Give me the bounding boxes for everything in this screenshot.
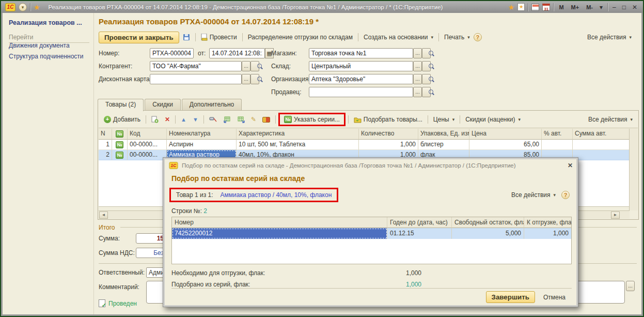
counterparty-label: Контрагент: [99,63,132,70]
vertical-scrollbar[interactable] [629,129,638,210]
shipment-distribution-button[interactable]: Распределение отгрузки по складам [245,33,355,42]
add-favorite-icon[interactable]: ★ [517,3,525,11]
edit-button[interactable] [248,115,259,124]
sum-field[interactable]: 15 [136,233,165,244]
organization-select-button[interactable]: ... [413,74,422,84]
col-header-series[interactable] [112,129,128,140]
close-button[interactable]: ✕ [631,3,639,11]
create-based-on-button[interactable]: Создать на основании▾ [361,33,436,42]
col-header-pct-auto[interactable]: % авт. [542,129,573,140]
add-row-button[interactable]: Добавить [101,115,143,124]
dialog-help-icon[interactable]: ? [561,191,570,199]
unload-to-terminal-button[interactable] [234,115,247,124]
discounts-button[interactable]: Скидки (наценки)▾ [463,115,523,124]
comment-expand-button[interactable]: ... [626,281,635,291]
counterparty-select-button[interactable]: ... [242,61,250,71]
col-header-characteristic[interactable]: Характеристика [237,129,359,140]
seller-field[interactable] [309,87,413,97]
set-series-button[interactable]: Указать серии... [281,115,342,124]
col-header-free-balance[interactable]: Свободный остаток, флак [452,217,524,228]
maximize-button[interactable]: □ [621,3,627,11]
col-header-expiry[interactable]: Годен до (дата, час) [387,217,452,228]
counterparty-search-button[interactable] [250,61,259,71]
goods-all-actions-button[interactable]: Все действия▾ [586,115,635,124]
row-number: 2 [99,150,112,160]
dialog-close-icon[interactable]: ✕ [568,162,573,169]
organization-field[interactable] [309,74,413,84]
seller-search-button[interactable] [422,87,431,97]
memory-plus-button[interactable]: M+ [569,4,582,10]
main-menu-button[interactable]: ▾ [19,3,27,11]
chevron-down-icon[interactable]: ▾ [598,3,604,11]
series-number-icon [116,130,123,138]
col-header-package[interactable]: Упаковка, Ед. изм. [418,129,469,140]
store-search-button[interactable] [422,48,431,58]
warehouse-select-button[interactable]: ... [413,61,422,71]
col-header-code[interactable]: Код [128,129,167,140]
prices-button[interactable]: Цены▾ [431,115,457,124]
print-button[interactable]: Печать▾ [442,33,473,42]
warehouse-field[interactable] [309,61,413,71]
number-field[interactable] [150,48,194,58]
calendar-icon[interactable]: 31 [542,4,550,11]
counterparty-field[interactable] [150,61,242,71]
load-from-terminal-button[interactable] [221,115,233,124]
chevron-down-icon: ▾ [518,117,521,122]
series-table-row-selected[interactable]: 74252200012 01.12.15 5,000 1,000 [172,228,571,239]
all-actions-button[interactable]: Все действия▾ [585,33,634,42]
pick-goods-button[interactable]: Подобрать товары... [351,115,425,124]
favorites-star-icon[interactable]: ★ [34,3,40,11]
warehouse-search-button[interactable] [422,61,431,71]
scroll-left-icon[interactable] [99,212,108,219]
post-and-close-button[interactable]: Провести и закрыть [99,32,179,43]
calculator-icon[interactable] [531,4,539,11]
col-header-nomenclature[interactable]: Номенклатура [167,129,237,140]
save-button[interactable] [180,33,193,42]
minimize-button[interactable]: – [611,3,618,11]
move-up-button[interactable] [178,115,189,124]
memory-minus-button[interactable]: M- [584,4,595,10]
help-icon[interactable]: ? [474,33,482,41]
memory-button[interactable]: M [557,4,566,10]
col-header-number[interactable]: Номер [172,217,387,228]
store-field[interactable] [309,48,413,58]
item-link[interactable]: Аммиака раствор / 40мл, 10%, флакон [221,191,332,199]
scroll-right-icon[interactable] [611,212,620,219]
tab-additional[interactable]: Дополнительно [182,99,242,111]
store-select-button[interactable]: ... [413,48,422,58]
discount-card-select-button[interactable]: ... [242,74,250,84]
col-header-to-ship[interactable]: К отгрузке, флак [524,217,571,228]
post-button[interactable]: Провести [198,33,240,42]
store-label: Магазин: [271,50,297,57]
organization-search-button[interactable] [422,74,431,84]
divider [242,33,243,41]
vat-field[interactable]: Без [136,248,165,258]
table-row[interactable]: 1 00-0000... Аспирин 10 шт, 500 мг, Табл… [99,140,630,150]
seller-select-button[interactable]: ... [413,87,422,97]
finish-button[interactable]: Завершить [486,291,535,303]
sidebar-link-document-movements[interactable]: Движения документа [9,42,70,49]
copy-row-button[interactable] [149,115,161,124]
tab-discounts[interactable]: Скидки [145,99,181,111]
discount-card-field[interactable] [150,74,242,84]
tab-goods[interactable]: Товары (2) [98,99,144,111]
picked-label: Подобрано из серий, флак: [171,281,250,288]
col-header-price[interactable]: Цена [469,129,542,140]
goto-link-icon[interactable]: ★ [508,3,515,11]
dialog-all-actions-button[interactable]: Все действия▾ [509,190,558,200]
delete-row-button[interactable] [162,115,172,124]
search-icon [427,87,435,98]
dialog-titlebar: Подбор по остаткам серий на складе - Дем… [165,160,576,171]
barcode-scanner-button[interactable] [207,115,219,124]
col-header-quantity[interactable]: Количество [359,129,418,140]
move-down-button[interactable] [190,115,201,124]
col-header-sum-auto[interactable]: Сумма авт. [573,129,630,140]
divider [607,3,608,11]
cancel-button[interactable]: Отмена [539,292,570,303]
date-field[interactable] [209,48,265,58]
divider [195,33,196,41]
discount-card-button[interactable] [260,116,273,124]
col-header-n[interactable]: N [99,129,112,140]
discount-card-search-button[interactable] [250,74,259,84]
sidebar-link-subordination-structure[interactable]: Структура подчиненности [9,53,84,60]
